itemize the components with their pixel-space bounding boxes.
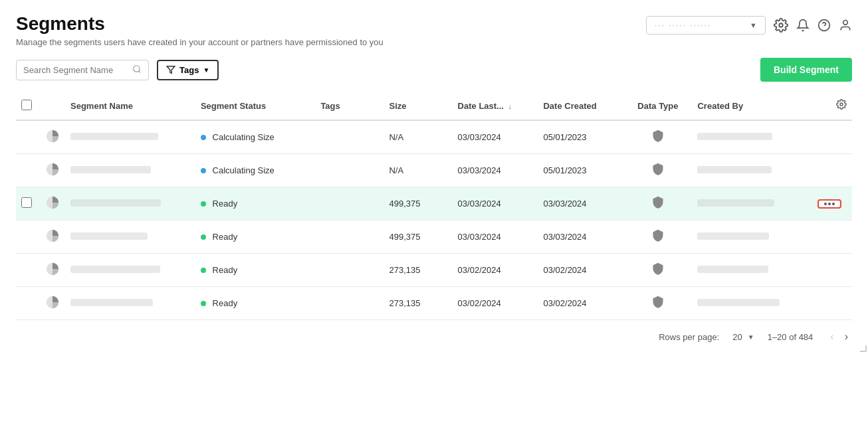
row-checkbox-cell[interactable]: [16, 254, 40, 287]
created-by-header: Created By: [692, 92, 812, 120]
select-all-checkbox[interactable]: [21, 100, 32, 110]
size-cell: 273,135: [383, 254, 452, 287]
pagination-info: 1–20 of 484: [768, 332, 814, 342]
row-checkbox-cell[interactable]: [16, 120, 40, 154]
svg-point-4: [134, 65, 140, 71]
date-created-cell: 03/02/2024: [538, 287, 623, 320]
segment-name-header: Segment Name: [65, 92, 195, 120]
status-label: Ready: [213, 265, 238, 275]
select-all-header[interactable]: [16, 92, 40, 120]
build-segment-button[interactable]: Build Segment: [760, 58, 852, 82]
date-last-header[interactable]: Date Last... ↓: [453, 92, 538, 120]
segment-pie-icon: [45, 262, 60, 276]
data-type-cell: [623, 254, 692, 287]
date-created-cell: 03/02/2024: [538, 254, 623, 287]
size-cell: N/A: [383, 120, 452, 154]
row-checkbox-cell[interactable]: [16, 287, 40, 320]
more-dot-1: [824, 203, 827, 205]
table-footer: Rows per page: 20 ▼ 1–20 of 484 ‹ ›: [0, 320, 868, 353]
created-by-cell: [692, 120, 812, 154]
row-actions-cell: [812, 120, 852, 154]
shield-icon: [651, 262, 665, 276]
size-cell: 499,375: [383, 187, 452, 221]
segment-name-cell: [65, 120, 195, 154]
created-by-blurred: [697, 299, 780, 306]
created-by-blurred: [697, 166, 772, 173]
tags-cell: [315, 221, 383, 254]
row-icon-cell: [40, 221, 65, 254]
size-cell: 273,135: [383, 287, 452, 320]
resize-handle[interactable]: [860, 345, 867, 352]
row-checkbox[interactable]: [21, 197, 32, 208]
search-icon: [132, 64, 142, 76]
created-by-blurred: [697, 199, 774, 207]
rows-per-page-control: 20 ▼: [732, 332, 754, 342]
icon-col-header: [40, 92, 65, 120]
pagination-buttons: ‹ ›: [826, 329, 852, 344]
row-checkbox-cell[interactable]: [16, 187, 40, 221]
row-icon-cell: [40, 287, 65, 320]
created-by-cell: [692, 154, 812, 187]
more-actions-button[interactable]: [817, 199, 841, 209]
status-label: Calculating Size: [213, 132, 274, 142]
page-title: Segments: [16, 13, 383, 35]
row-actions-cell: [812, 154, 852, 187]
tags-cell: [315, 187, 383, 221]
prev-page-button[interactable]: ‹: [826, 329, 837, 344]
row-icon-cell: [40, 154, 65, 187]
tags-chevron-icon: ▼: [203, 66, 209, 74]
data-type-header: Data Type: [623, 92, 692, 120]
segment-pie-icon: [45, 228, 60, 243]
help-icon-button[interactable]: [817, 19, 831, 32]
status-label: Ready: [213, 298, 238, 308]
table-settings-icon-button[interactable]: [836, 99, 847, 113]
shield-icon: [651, 162, 665, 177]
row-checkbox-cell[interactable]: [16, 221, 40, 254]
table-settings-header[interactable]: [812, 92, 852, 120]
date-created-cell: 05/01/2023: [538, 154, 623, 187]
row-actions-cell: [812, 287, 852, 320]
segments-table: Segment Name Segment Status Tags Size Da…: [16, 92, 852, 320]
data-type-cell: [623, 120, 692, 154]
date-created-cell: 05/01/2023: [538, 120, 623, 154]
svg-point-0: [779, 23, 783, 27]
search-box: [16, 60, 149, 80]
date-last-cell: 03/02/2024: [453, 287, 538, 320]
created-by-blurred: [697, 232, 769, 240]
segment-status-header: Segment Status: [195, 92, 315, 120]
next-page-button[interactable]: ›: [841, 329, 852, 344]
date-last-cell: 03/03/2024: [453, 154, 538, 187]
notifications-icon-button[interactable]: [796, 19, 810, 32]
segment-status-cell: Calculating Size: [195, 120, 315, 154]
date-last-cell: 03/03/2024: [453, 187, 538, 221]
segment-name-blurred: [70, 133, 158, 140]
tags-cell: [315, 254, 383, 287]
segment-pie-icon: [45, 295, 60, 310]
tags-filter-button[interactable]: Tags ▼: [157, 60, 219, 80]
data-type-cell: [623, 287, 692, 320]
status-dot: [201, 168, 206, 173]
tags-cell: [315, 154, 383, 187]
tags-cell: [315, 287, 383, 320]
table-row: Calculating Size N/A 03/03/2024 05/01/20…: [16, 154, 852, 187]
account-dropdown[interactable]: ··· ····· ······ ▼: [646, 16, 766, 35]
row-icon-cell: [40, 120, 65, 154]
shield-icon: [651, 295, 665, 310]
segment-name-cell: [65, 254, 195, 287]
created-by-blurred: [697, 133, 772, 140]
segment-name-cell: [65, 221, 195, 254]
svg-point-7: [840, 103, 843, 106]
filter-icon: [166, 65, 175, 74]
chevron-down-icon: ▼: [750, 21, 757, 29]
tags-button-label: Tags: [179, 65, 199, 75]
status-dot: [201, 234, 206, 240]
date-created-cell: 03/03/2024: [538, 221, 623, 254]
segment-name-cell: [65, 154, 195, 187]
row-checkbox-cell[interactable]: [16, 154, 40, 187]
settings-icon-button[interactable]: [774, 18, 788, 33]
segment-pie-icon: [45, 162, 60, 177]
row-actions-cell: [812, 187, 852, 221]
svg-point-3: [843, 21, 848, 25]
search-input[interactable]: [23, 65, 127, 75]
user-icon-button[interactable]: [839, 19, 852, 32]
